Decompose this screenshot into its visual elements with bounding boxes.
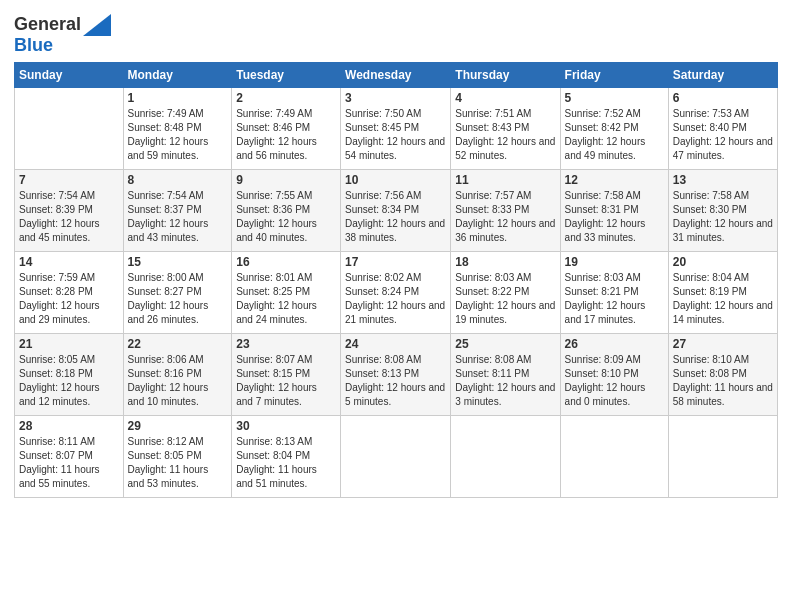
day-number: 8: [128, 173, 228, 187]
cell-info: Sunrise: 7:49 AMSunset: 8:46 PMDaylight:…: [236, 107, 336, 163]
day-number: 5: [565, 91, 664, 105]
logo-general: General: [14, 15, 81, 35]
calendar-cell: 29Sunrise: 8:12 AMSunset: 8:05 PMDayligh…: [123, 415, 232, 497]
svg-marker-0: [83, 14, 111, 36]
cell-info: Sunrise: 8:03 AMSunset: 8:21 PMDaylight:…: [565, 271, 664, 327]
day-number: 3: [345, 91, 446, 105]
day-number: 15: [128, 255, 228, 269]
cell-info: Sunrise: 8:12 AMSunset: 8:05 PMDaylight:…: [128, 435, 228, 491]
day-number: 9: [236, 173, 336, 187]
calendar-cell: 18Sunrise: 8:03 AMSunset: 8:22 PMDayligh…: [451, 251, 560, 333]
calendar-cell: 5Sunrise: 7:52 AMSunset: 8:42 PMDaylight…: [560, 87, 668, 169]
cell-info: Sunrise: 7:54 AMSunset: 8:37 PMDaylight:…: [128, 189, 228, 245]
calendar-cell: [15, 87, 124, 169]
calendar-week-row: 28Sunrise: 8:11 AMSunset: 8:07 PMDayligh…: [15, 415, 778, 497]
cell-info: Sunrise: 8:08 AMSunset: 8:11 PMDaylight:…: [455, 353, 555, 409]
weekday-header: Monday: [123, 62, 232, 87]
cell-info: Sunrise: 7:53 AMSunset: 8:40 PMDaylight:…: [673, 107, 773, 163]
cell-info: Sunrise: 8:03 AMSunset: 8:22 PMDaylight:…: [455, 271, 555, 327]
weekday-header: Sunday: [15, 62, 124, 87]
day-number: 28: [19, 419, 119, 433]
weekday-header: Wednesday: [341, 62, 451, 87]
day-number: 20: [673, 255, 773, 269]
cell-info: Sunrise: 7:50 AMSunset: 8:45 PMDaylight:…: [345, 107, 446, 163]
logo-icon: [83, 14, 111, 36]
day-number: 24: [345, 337, 446, 351]
day-number: 19: [565, 255, 664, 269]
cell-info: Sunrise: 7:51 AMSunset: 8:43 PMDaylight:…: [455, 107, 555, 163]
cell-info: Sunrise: 8:01 AMSunset: 8:25 PMDaylight:…: [236, 271, 336, 327]
calendar-cell: 27Sunrise: 8:10 AMSunset: 8:08 PMDayligh…: [668, 333, 777, 415]
calendar-cell: [560, 415, 668, 497]
cell-info: Sunrise: 7:58 AMSunset: 8:31 PMDaylight:…: [565, 189, 664, 245]
calendar-cell: 22Sunrise: 8:06 AMSunset: 8:16 PMDayligh…: [123, 333, 232, 415]
cell-info: Sunrise: 7:52 AMSunset: 8:42 PMDaylight:…: [565, 107, 664, 163]
cell-info: Sunrise: 7:54 AMSunset: 8:39 PMDaylight:…: [19, 189, 119, 245]
page-container: General Blue SundayMondayTuesdayWednesda…: [0, 0, 792, 508]
day-number: 2: [236, 91, 336, 105]
calendar-cell: 4Sunrise: 7:51 AMSunset: 8:43 PMDaylight…: [451, 87, 560, 169]
calendar-cell: 21Sunrise: 8:05 AMSunset: 8:18 PMDayligh…: [15, 333, 124, 415]
cell-info: Sunrise: 8:02 AMSunset: 8:24 PMDaylight:…: [345, 271, 446, 327]
day-number: 22: [128, 337, 228, 351]
cell-info: Sunrise: 8:08 AMSunset: 8:13 PMDaylight:…: [345, 353, 446, 409]
day-number: 27: [673, 337, 773, 351]
day-number: 30: [236, 419, 336, 433]
calendar-cell: 26Sunrise: 8:09 AMSunset: 8:10 PMDayligh…: [560, 333, 668, 415]
header-row: SundayMondayTuesdayWednesdayThursdayFrid…: [15, 62, 778, 87]
day-number: 6: [673, 91, 773, 105]
calendar-cell: 10Sunrise: 7:56 AMSunset: 8:34 PMDayligh…: [341, 169, 451, 251]
cell-info: Sunrise: 7:55 AMSunset: 8:36 PMDaylight:…: [236, 189, 336, 245]
calendar-cell: 28Sunrise: 8:11 AMSunset: 8:07 PMDayligh…: [15, 415, 124, 497]
calendar-cell: 30Sunrise: 8:13 AMSunset: 8:04 PMDayligh…: [232, 415, 341, 497]
calendar-cell: 11Sunrise: 7:57 AMSunset: 8:33 PMDayligh…: [451, 169, 560, 251]
cell-info: Sunrise: 7:59 AMSunset: 8:28 PMDaylight:…: [19, 271, 119, 327]
calendar-week-row: 14Sunrise: 7:59 AMSunset: 8:28 PMDayligh…: [15, 251, 778, 333]
day-number: 26: [565, 337, 664, 351]
calendar-cell: 25Sunrise: 8:08 AMSunset: 8:11 PMDayligh…: [451, 333, 560, 415]
calendar-cell: 24Sunrise: 8:08 AMSunset: 8:13 PMDayligh…: [341, 333, 451, 415]
day-number: 18: [455, 255, 555, 269]
calendar-cell: 8Sunrise: 7:54 AMSunset: 8:37 PMDaylight…: [123, 169, 232, 251]
cell-info: Sunrise: 7:56 AMSunset: 8:34 PMDaylight:…: [345, 189, 446, 245]
header: General Blue: [14, 10, 778, 56]
calendar-cell: [341, 415, 451, 497]
calendar-cell: 6Sunrise: 7:53 AMSunset: 8:40 PMDaylight…: [668, 87, 777, 169]
day-number: 7: [19, 173, 119, 187]
weekday-header: Thursday: [451, 62, 560, 87]
day-number: 29: [128, 419, 228, 433]
cell-info: Sunrise: 8:05 AMSunset: 8:18 PMDaylight:…: [19, 353, 119, 409]
calendar-cell: 12Sunrise: 7:58 AMSunset: 8:31 PMDayligh…: [560, 169, 668, 251]
day-number: 13: [673, 173, 773, 187]
calendar-cell: 16Sunrise: 8:01 AMSunset: 8:25 PMDayligh…: [232, 251, 341, 333]
weekday-header: Tuesday: [232, 62, 341, 87]
calendar-cell: 3Sunrise: 7:50 AMSunset: 8:45 PMDaylight…: [341, 87, 451, 169]
calendar-cell: 13Sunrise: 7:58 AMSunset: 8:30 PMDayligh…: [668, 169, 777, 251]
day-number: 4: [455, 91, 555, 105]
day-number: 16: [236, 255, 336, 269]
calendar-cell: 20Sunrise: 8:04 AMSunset: 8:19 PMDayligh…: [668, 251, 777, 333]
calendar-week-row: 1Sunrise: 7:49 AMSunset: 8:48 PMDaylight…: [15, 87, 778, 169]
day-number: 10: [345, 173, 446, 187]
weekday-header: Saturday: [668, 62, 777, 87]
calendar-cell: 15Sunrise: 8:00 AMSunset: 8:27 PMDayligh…: [123, 251, 232, 333]
cell-info: Sunrise: 8:06 AMSunset: 8:16 PMDaylight:…: [128, 353, 228, 409]
cell-info: Sunrise: 8:09 AMSunset: 8:10 PMDaylight:…: [565, 353, 664, 409]
calendar-cell: 23Sunrise: 8:07 AMSunset: 8:15 PMDayligh…: [232, 333, 341, 415]
day-number: 23: [236, 337, 336, 351]
calendar-cell: 19Sunrise: 8:03 AMSunset: 8:21 PMDayligh…: [560, 251, 668, 333]
calendar-cell: 9Sunrise: 7:55 AMSunset: 8:36 PMDaylight…: [232, 169, 341, 251]
day-number: 14: [19, 255, 119, 269]
calendar-cell: 2Sunrise: 7:49 AMSunset: 8:46 PMDaylight…: [232, 87, 341, 169]
day-number: 21: [19, 337, 119, 351]
cell-info: Sunrise: 8:13 AMSunset: 8:04 PMDaylight:…: [236, 435, 336, 491]
calendar-cell: 17Sunrise: 8:02 AMSunset: 8:24 PMDayligh…: [341, 251, 451, 333]
calendar-cell: [668, 415, 777, 497]
logo-blue: Blue: [14, 35, 53, 55]
calendar-cell: 7Sunrise: 7:54 AMSunset: 8:39 PMDaylight…: [15, 169, 124, 251]
day-number: 17: [345, 255, 446, 269]
calendar-cell: 1Sunrise: 7:49 AMSunset: 8:48 PMDaylight…: [123, 87, 232, 169]
cell-info: Sunrise: 8:11 AMSunset: 8:07 PMDaylight:…: [19, 435, 119, 491]
calendar-week-row: 21Sunrise: 8:05 AMSunset: 8:18 PMDayligh…: [15, 333, 778, 415]
day-number: 1: [128, 91, 228, 105]
